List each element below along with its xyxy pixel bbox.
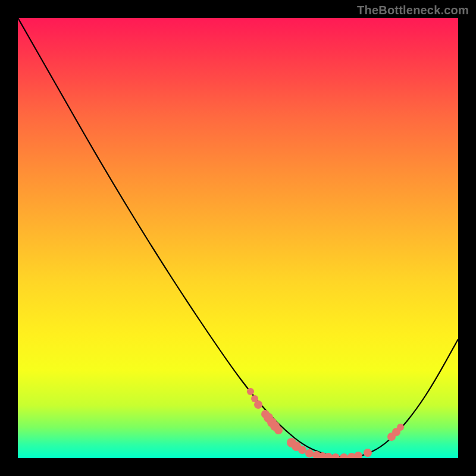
data-dot	[364, 449, 372, 457]
curve-svg	[18, 18, 458, 458]
data-dot	[340, 453, 348, 458]
watermark-text: TheBottleneck.com	[357, 4, 469, 17]
gradient-plot-area	[18, 18, 458, 458]
data-dot	[254, 400, 262, 409]
data-dot	[331, 453, 340, 458]
bottleneck-curve	[18, 18, 458, 458]
data-dot	[274, 426, 283, 434]
data-dot	[298, 446, 306, 454]
chart-frame: TheBottleneck.com	[0, 0, 476, 476]
data-dots-group	[247, 388, 404, 458]
data-dot	[397, 424, 404, 431]
data-dot	[247, 388, 254, 395]
data-dot	[305, 449, 314, 458]
data-dot	[354, 452, 362, 458]
